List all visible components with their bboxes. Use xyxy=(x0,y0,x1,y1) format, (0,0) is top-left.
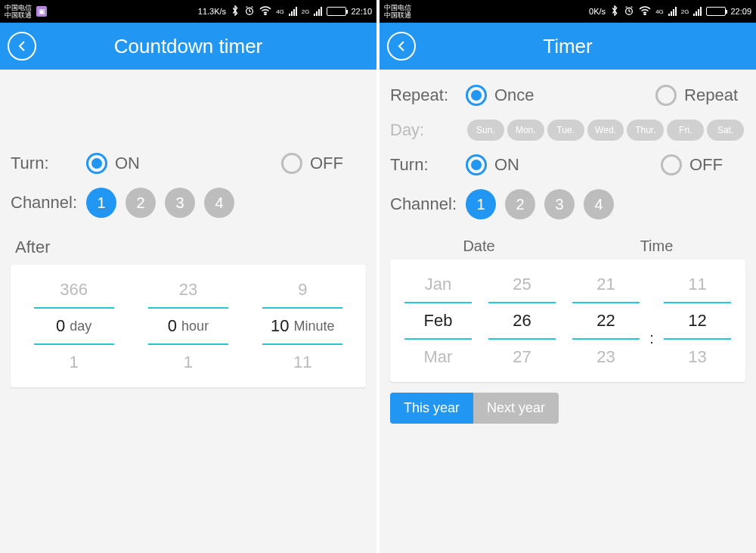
channel-label: Channel: xyxy=(11,193,86,213)
bluetooth-icon xyxy=(231,5,240,17)
hour-unit: hour xyxy=(181,318,209,334)
repeat-label: Repeat: xyxy=(390,85,466,105)
channel-1[interactable]: 1 xyxy=(466,189,496,219)
net-4g-label: 4G xyxy=(276,9,284,14)
net-2g-label: 2G xyxy=(302,9,310,14)
turn-on-radio[interactable] xyxy=(466,154,487,176)
min-current: 10 xyxy=(271,309,289,343)
hour-column[interactable]: 23 0 hour 1 xyxy=(131,272,245,380)
carrier-2: 中国联通 xyxy=(5,11,32,19)
dayn-next: 27 xyxy=(488,338,556,374)
hour-column[interactable]: 21 22 23 xyxy=(564,267,648,374)
time-colon: : xyxy=(648,267,655,374)
day-wed[interactable]: Wed. xyxy=(587,120,624,141)
month-next: Mar xyxy=(404,338,472,374)
turn-on-text: ON xyxy=(494,155,519,175)
carrier-2: 中国联通 xyxy=(384,11,411,19)
once-text: Once xyxy=(494,85,534,105)
header: Timer xyxy=(380,23,756,70)
min-next: 11 xyxy=(262,343,342,380)
this-year-button[interactable]: This year xyxy=(390,393,473,424)
minute-column[interactable]: 11 12 13 xyxy=(655,267,739,374)
turn-off-text: OFF xyxy=(310,154,343,173)
day-row: Day: Sun. Mon. Tue. Wed. Thur. Fri. Sat. xyxy=(390,120,745,141)
channel-1[interactable]: 1 xyxy=(86,188,116,218)
hour-prev: 21 xyxy=(572,267,640,303)
channel-row: Channel: 1 2 3 4 xyxy=(11,188,366,218)
repeat-text: Repeat xyxy=(684,85,738,105)
day-label: Day: xyxy=(390,120,466,140)
net-4g-label: 4G xyxy=(655,9,664,14)
month-prev: Jan xyxy=(404,267,472,303)
bluetooth-icon xyxy=(610,5,619,17)
header: Countdown timer xyxy=(0,23,376,70)
day-current: 0 xyxy=(56,309,65,343)
date-time-header: Date Time xyxy=(390,238,745,255)
channel-row: Channel: 1 2 3 4 xyxy=(390,189,745,219)
month-column[interactable]: Jan Feb Mar xyxy=(396,267,480,374)
carrier-1: 中国电信 xyxy=(5,4,32,11)
back-button[interactable] xyxy=(8,32,36,61)
next-year-button[interactable]: Next year xyxy=(473,393,559,424)
page-title: Timer xyxy=(543,35,592,58)
clock-time: 22:09 xyxy=(730,7,751,16)
hour-prev: 23 xyxy=(148,272,228,309)
hour-next: 1 xyxy=(148,343,228,380)
net-speed: 11.3K/s xyxy=(198,7,226,16)
after-label: After xyxy=(15,238,366,257)
timer-screen: 中国电信 中国联通 0K/s 4G 2G 22:09 Timer Repeat: xyxy=(376,0,756,553)
net-speed: 0K/s xyxy=(589,7,606,16)
turn-on-radio[interactable] xyxy=(86,153,107,174)
signal-4g-icon xyxy=(289,7,297,16)
turn-label: Turn: xyxy=(11,154,86,173)
once-radio[interactable] xyxy=(466,85,487,106)
alarm-icon xyxy=(624,5,634,17)
countdown-timer-screen: 中国电信 中国联通 ▣ 11.3K/s 4G 2G 22:10 Countdow… xyxy=(0,0,376,553)
day-sat[interactable]: Sat. xyxy=(707,120,744,141)
min-next: 13 xyxy=(664,338,731,374)
min-cur: 12 xyxy=(664,303,731,338)
turn-off-radio[interactable] xyxy=(661,154,682,176)
page-title: Countdown timer xyxy=(114,35,263,58)
turn-label: Turn: xyxy=(390,155,466,175)
clock-time: 22:10 xyxy=(351,7,372,16)
battery-icon xyxy=(327,7,346,16)
day-unit: day xyxy=(70,318,91,334)
channel-2[interactable]: 2 xyxy=(505,189,535,219)
turn-off-radio[interactable] xyxy=(281,153,302,174)
status-bar: 中国电信 中国联通 ▣ 11.3K/s 4G 2G 22:10 xyxy=(0,0,376,23)
day-sun[interactable]: Sun. xyxy=(467,120,504,141)
year-toggle: This year Next year xyxy=(390,393,745,424)
turn-row: Turn: ON OFF xyxy=(390,154,745,176)
minute-column[interactable]: 9 10 Minute 11 xyxy=(246,272,360,380)
back-button[interactable] xyxy=(387,32,416,61)
hour-current: 0 xyxy=(168,309,177,343)
carrier-labels: 中国电信 中国联通 xyxy=(5,4,32,19)
day-mon[interactable]: Mon. xyxy=(507,120,544,141)
signal-2g-icon xyxy=(693,7,702,16)
day-thu[interactable]: Thur. xyxy=(627,120,664,141)
svg-point-3 xyxy=(644,14,646,15)
turn-on-text: ON xyxy=(115,154,140,173)
day-tue[interactable]: Tue. xyxy=(547,120,584,141)
wifi-icon xyxy=(259,6,271,17)
signal-2g-icon xyxy=(314,7,322,16)
net-2g-label: 2G xyxy=(681,9,689,14)
channel-3[interactable]: 3 xyxy=(544,189,575,219)
body: Turn: ON OFF Channel: 1 2 3 4 After 366 xyxy=(0,70,376,553)
min-unit: Minute xyxy=(294,318,335,334)
day-column[interactable]: 25 26 27 xyxy=(480,267,564,374)
status-bar: 中国电信 中国联通 0K/s 4G 2G 22:09 xyxy=(380,0,756,23)
channel-4[interactable]: 4 xyxy=(584,189,614,219)
time-header: Time xyxy=(568,238,745,255)
channel-2[interactable]: 2 xyxy=(125,188,156,218)
month-cur: Feb xyxy=(404,303,472,338)
day-column[interactable]: 366 0 day 1 xyxy=(17,272,131,380)
channel-4[interactable]: 4 xyxy=(204,188,234,218)
day-fri[interactable]: Fri. xyxy=(667,120,704,141)
repeat-radio[interactable] xyxy=(655,85,677,106)
channel-3[interactable]: 3 xyxy=(165,188,195,218)
duration-picker: 366 0 day 1 23 0 hour 1 9 xyxy=(11,265,366,387)
repeat-row: Repeat: Once Repeat xyxy=(390,85,745,106)
dayn-cur: 26 xyxy=(488,303,556,338)
